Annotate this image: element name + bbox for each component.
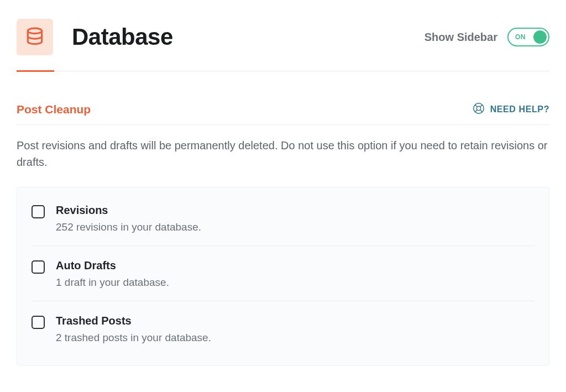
row-desc: 2 trashed posts in your database.: [56, 332, 211, 344]
auto-drafts-checkbox[interactable]: [32, 260, 45, 274]
show-sidebar-toggle[interactable]: ON: [507, 28, 549, 46]
header-right: Show Sidebar ON: [424, 28, 549, 46]
cleanup-row-auto-drafts: Auto Drafts 1 draft in your database.: [32, 246, 534, 301]
help-icon: [473, 102, 485, 117]
row-body: Trashed Posts 2 trashed posts in your da…: [56, 315, 211, 344]
trashed-posts-checkbox[interactable]: [32, 316, 45, 329]
row-desc: 1 draft in your database.: [56, 276, 169, 289]
need-help-label: NEED HELP?: [490, 104, 549, 114]
svg-line-6: [475, 110, 477, 112]
row-body: Revisions 252 revisions in your database…: [56, 204, 201, 233]
svg-line-3: [475, 105, 477, 107]
svg-point-2: [476, 106, 480, 110]
show-sidebar-label: Show Sidebar: [424, 31, 497, 44]
row-desc: 252 revisions in your database.: [56, 221, 201, 233]
section-description: Post revisions and drafts will be perman…: [17, 137, 549, 170]
row-title: Trashed Posts: [56, 315, 211, 327]
row-title: Auto Drafts: [56, 259, 169, 272]
cleanup-row-revisions: Revisions 252 revisions in your database…: [32, 191, 534, 246]
revisions-checkbox[interactable]: [32, 205, 45, 218]
header-left: Database: [17, 19, 173, 55]
toggle-knob: [533, 30, 547, 44]
page-title: Database: [72, 24, 173, 50]
svg-line-5: [480, 105, 482, 107]
row-body: Auto Drafts 1 draft in your database.: [56, 259, 169, 289]
svg-line-4: [480, 110, 482, 112]
need-help-link[interactable]: NEED HELP?: [473, 102, 549, 117]
section-header: Post Cleanup NEED HELP?: [17, 102, 549, 125]
row-title: Revisions: [56, 204, 201, 217]
cleanup-options-card: Revisions 252 revisions in your database…: [17, 187, 549, 365]
section-title: Post Cleanup: [17, 103, 91, 116]
svg-point-0: [28, 28, 41, 34]
page-header: Database Show Sidebar ON: [17, 19, 549, 71]
database-icon: [17, 19, 53, 55]
cleanup-row-trashed-posts: Trashed Posts 2 trashed posts in your da…: [32, 301, 534, 356]
header-divider: [17, 71, 549, 71]
toggle-state-label: ON: [515, 33, 526, 41]
